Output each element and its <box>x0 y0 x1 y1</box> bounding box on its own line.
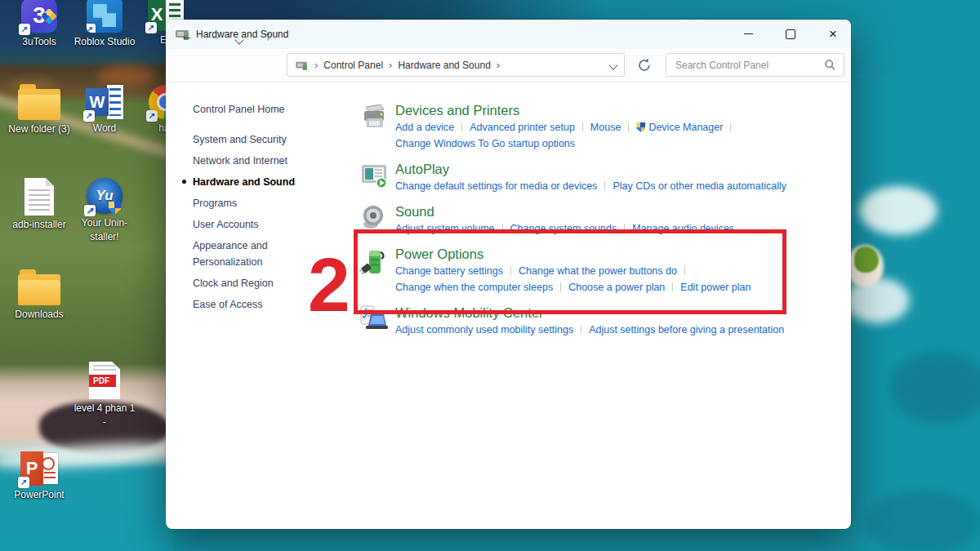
sidebar-item-appearance-personalization[interactable]: Appearance and Personalization <box>193 238 317 270</box>
link-change-default-media-settings[interactable]: Change default settings for media or dev… <box>395 180 597 192</box>
breadcrumb-hardware-and-sound[interactable]: Hardware and Sound <box>398 60 490 71</box>
desktop-icon-word[interactable]: W ↗ Word <box>69 85 140 136</box>
sidebar: Control Panel Home System and Security N… <box>193 101 317 318</box>
shortcut-arrow-icon: ↗ <box>83 110 95 122</box>
icon-label: PowerPoint <box>3 488 75 502</box>
section-devices-and-printers: Devices and Printers Add a deviceAdvance… <box>359 101 835 152</box>
close-button[interactable]: × <box>814 20 852 48</box>
shortcut-arrow-icon: ↗ <box>146 110 158 122</box>
desktop-icon-new-folder-3[interactable]: New folder (3) <box>3 84 75 136</box>
shortcut-arrow-icon: ↗ <box>87 24 96 33</box>
devices-and-printers-heading[interactable]: Devices and Printers <box>395 101 835 119</box>
sidebar-item-hardware-and-sound[interactable]: Hardware and Sound <box>193 174 317 190</box>
desktop-icon-powerpoint[interactable]: P ↗ PowerPoint <box>3 451 75 502</box>
control-panel-icon <box>296 60 307 70</box>
icon-label: adb-installer <box>3 218 75 232</box>
link-play-cds-automatically[interactable]: Play CDs or other media automatically <box>612 180 786 192</box>
sidebar-item-ease-of-access[interactable]: Ease of Access <box>193 296 317 313</box>
icon-label: level 4 phan 1 - <box>72 402 137 429</box>
wallpaper-deep-water <box>890 351 980 424</box>
powerpoint-icon: P ↗ <box>20 451 58 486</box>
shortcut-arrow-icon: ↗ <box>18 477 29 488</box>
wallpaper-island-green <box>854 247 879 273</box>
desktop-icon-downloads[interactable]: Downloads <box>3 269 75 322</box>
wallpaper-foam <box>844 278 910 323</box>
uac-shield-icon <box>109 202 121 215</box>
minimize-button[interactable] <box>729 20 767 48</box>
breadcrumb-separator-icon: › <box>389 59 392 71</box>
section-autoplay: AutoPlay Change default settings for med… <box>359 160 835 194</box>
icon-label: New folder (3) <box>3 122 75 136</box>
sidebar-item-system-and-security[interactable]: System and Security <box>193 131 317 148</box>
icon-label: Your Unin-staller! <box>69 216 140 244</box>
forward-button[interactable]: → <box>204 26 225 46</box>
folder-icon <box>18 89 60 120</box>
desktop-icon-pdf[interactable]: PDF level 4 phan 1 - <box>72 362 137 429</box>
sidebar-item-programs[interactable]: Programs <box>193 195 317 211</box>
wallpaper-autumn-trees <box>98 65 155 87</box>
recent-pages-chevron-icon[interactable] <box>233 29 246 42</box>
sound-heading[interactable]: Sound <box>395 202 835 220</box>
printer-icon[interactable] <box>359 102 389 133</box>
shortcut-arrow-icon: ↗ <box>84 205 96 216</box>
wallpaper-foam <box>859 186 938 235</box>
maximize-button[interactable] <box>772 20 809 48</box>
desktop-icon-your-uninstaller[interactable]: Yu ↗ Your Unin-staller! <box>69 178 140 244</box>
address-dropdown-chevron-icon[interactable] <box>610 60 617 71</box>
link-add-a-device[interactable]: Add a device <box>395 122 454 133</box>
your-uninstaller-icon: Yu ↗ <box>87 178 122 214</box>
roblox-studio-icon: ↗ <box>87 0 122 33</box>
sidebar-item-clock-and-region[interactable]: Clock and Region <box>193 275 317 291</box>
link-mouse[interactable]: Mouse <box>590 122 621 133</box>
breadcrumb: › Control Panel › Hardware and Sound › <box>287 53 625 77</box>
link-adjust-presentation-settings[interactable]: Adjust settings before giving a presenta… <box>589 324 784 335</box>
breadcrumb-separator-icon: › <box>314 59 318 71</box>
link-device-manager[interactable]: Device Manager <box>648 122 723 133</box>
search-input[interactable] <box>674 59 824 72</box>
word-icon: W ↗ <box>86 85 123 119</box>
refresh-button[interactable] <box>636 57 653 73</box>
desktop: 3 ↗ 3uTools ↗ Roblox Studio X ↗ Ex New f… <box>0 0 980 551</box>
breadcrumb-separator-icon: › <box>497 59 500 71</box>
breadcrumb-control-panel[interactable]: Control Panel <box>323 60 383 71</box>
pdf-icon: PDF <box>89 362 120 399</box>
text-document-icon <box>24 178 54 216</box>
icon-label: Roblox Studio <box>69 35 140 49</box>
link-advanced-printer-setup[interactable]: Advanced printer setup <box>470 122 575 133</box>
search-icon[interactable] <box>824 59 836 71</box>
active-bullet-icon <box>182 180 186 184</box>
shortcut-arrow-icon: ↗ <box>19 24 30 35</box>
icon-label: Word <box>69 122 140 136</box>
desktop-icon-adb-installer[interactable]: adb-installer <box>3 178 75 232</box>
link-adjust-mobility-settings[interactable]: Adjust commonly used mobility settings <box>395 324 573 335</box>
highlight-rectangle <box>354 229 786 314</box>
autoplay-heading[interactable]: AutoPlay <box>395 160 835 178</box>
refresh-icon <box>636 57 653 73</box>
uac-shield-icon <box>636 122 645 132</box>
autoplay-icon[interactable] <box>359 161 389 192</box>
icon-label: 3uTools <box>3 35 75 49</box>
sidebar-item-control-panel-home[interactable]: Control Panel Home <box>193 101 317 118</box>
folder-icon <box>18 274 60 305</box>
search-box <box>666 53 844 77</box>
icon-label: Downloads <box>3 308 75 322</box>
roblox-block <box>93 4 116 27</box>
desktop-icon-roblox-studio[interactable]: ↗ Roblox Studio <box>69 0 140 49</box>
desktop-icon-3utools[interactable]: 3 ↗ 3uTools <box>3 0 75 49</box>
3utools-icon: 3 ↗ <box>21 0 57 33</box>
back-button[interactable]: ← <box>176 26 198 46</box>
shortcut-arrow-icon: ↗ <box>145 22 157 33</box>
sidebar-item-user-accounts[interactable]: User Accounts <box>193 216 317 233</box>
link-change-windows-to-go[interactable]: Change Windows To Go startup options <box>395 138 575 149</box>
step-number-annotation: 2 <box>308 247 350 323</box>
wallpaper-deep-water <box>866 490 980 551</box>
up-button[interactable]: ↑ <box>257 26 278 46</box>
sidebar-item-network-and-internet[interactable]: Network and Internet <box>193 153 317 169</box>
